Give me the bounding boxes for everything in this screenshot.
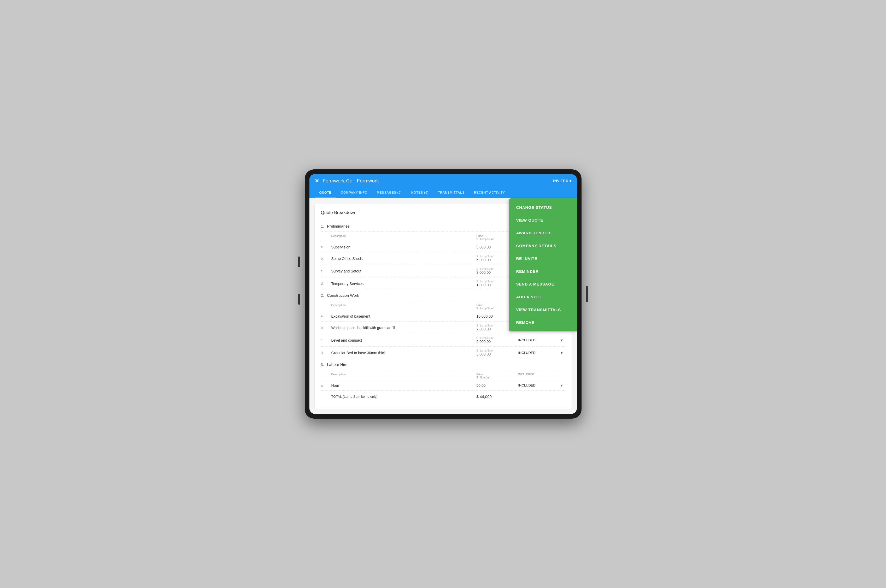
item-desc-1a: Supervision <box>331 245 476 249</box>
total-row: TOTAL (Lump Sum items only) $ 44,000 <box>321 391 565 402</box>
context-menu-remove[interactable]: REMOVE <box>509 316 577 329</box>
item-price-2d: 3,000.00 <box>476 352 518 356</box>
context-menu: CHANGE STATUS VIEW QUOTE AWARD TENDER CO… <box>509 198 577 332</box>
col-header-included-3: INCLUDED? <box>518 373 565 379</box>
tablet-frame: ✕ Formwork Co - Formwork INVITED ▾ QUOTE… <box>305 170 581 418</box>
item-desc-3a: Hour <box>331 383 476 388</box>
item-price-wrap-3a: 50.00 <box>476 383 518 388</box>
context-menu-re-invite[interactable]: RE-INVITE <box>509 252 577 265</box>
section-3-header: 3. Labour Hire <box>321 359 565 370</box>
tab-transmittals[interactable]: TRANSMITTALS <box>433 188 469 198</box>
item-letter-2b: b. <box>321 326 331 330</box>
item-included-3a: INCLUDED <box>518 383 536 387</box>
item-letter-3a: a. <box>321 383 331 387</box>
context-menu-view-transmittals[interactable]: VIEW TRANSMITTALS <box>509 303 577 316</box>
col-header-desc-1: Description <box>331 234 476 241</box>
item-included-wrap-2c[interactable]: INCLUDED ▾ <box>518 338 565 343</box>
dropdown-arrow-2c[interactable]: ▾ <box>561 338 563 343</box>
item-price-3a: 50.00 <box>476 383 518 388</box>
item-price-wrap-2d: $ / Lump Sum * 3,000.00 <box>476 349 518 356</box>
item-desc-2a: Excavation of basement <box>331 314 476 318</box>
context-menu-reminder[interactable]: REMINDER <box>509 265 577 278</box>
section-1-number: 1. <box>321 224 324 228</box>
line-item-3a: a. Hour 50.00 INCLUDED ▾ <box>321 380 565 391</box>
tab-company-info[interactable]: COMPANY INFO <box>336 188 372 198</box>
tab-recent-activity[interactable]: RECENT ACTIVITY <box>469 188 510 198</box>
dropdown-arrow-2d[interactable]: ▾ <box>561 350 563 355</box>
context-menu-send-message[interactable]: SEND A MESSAGE <box>509 278 577 291</box>
tab-messages[interactable]: MESSAGES (0) <box>372 188 407 198</box>
item-desc-1c: Survey and Setout <box>331 269 476 273</box>
item-letter-2d: d. <box>321 351 331 355</box>
context-menu-change-status[interactable]: CHANGE STATUS <box>509 201 577 214</box>
col-header-price-3: Price$ / Hour(s) * <box>476 373 518 379</box>
section-3-name: Labour Hire <box>327 362 347 367</box>
context-menu-company-details[interactable]: COMPANY DETAILS <box>509 239 577 252</box>
tab-quote[interactable]: QUOTE <box>315 188 336 198</box>
section-2-number: 2. <box>321 293 324 297</box>
item-desc-1b: Setup Office Sheds <box>331 256 476 261</box>
volume-button-up[interactable] <box>298 256 300 267</box>
item-price-wrap-2c: $ / Lump Sum * 9,000.00 <box>476 337 518 344</box>
power-button[interactable] <box>586 286 588 302</box>
item-letter-1c: c. <box>321 269 331 273</box>
volume-button-down[interactable] <box>298 294 300 304</box>
item-included-2d: INCLUDED <box>518 351 536 355</box>
item-letter-2c: c. <box>321 338 331 342</box>
section-2-name: Construction Work <box>327 293 359 297</box>
item-desc-1d: Temporary Services <box>331 282 476 286</box>
item-price-2c: 9,000.00 <box>476 339 518 344</box>
section-1-name: Preliminaries <box>327 224 350 228</box>
item-desc-2c: Level and compact <box>331 338 476 342</box>
tab-notes[interactable]: NOTES (0) <box>407 188 434 198</box>
item-price-label-2d: $ / Lump Sum * <box>476 349 518 352</box>
close-button[interactable]: ✕ <box>315 178 319 184</box>
context-menu-award-tender[interactable]: AWARD TENDER <box>509 226 577 239</box>
item-letter-1a: a. <box>321 245 331 249</box>
main-content: Quote Breakdown ⋮ 1. Preliminaries Descr… <box>309 198 577 414</box>
status-badge[interactable]: INVITED ▾ <box>553 179 571 183</box>
line-item-2d: d. Granular Bed to base 30mm thick $ / L… <box>321 346 565 359</box>
nav-tabs: QUOTE COMPANY INFO MESSAGES (0) NOTES (0… <box>309 188 577 198</box>
context-menu-view-quote[interactable]: VIEW QUOTE <box>509 214 577 226</box>
app-title: Formwork Co - Formwork <box>323 178 379 184</box>
item-letter-2a: a. <box>321 314 331 318</box>
section-3-number: 3. <box>321 363 324 367</box>
app-header: ✕ Formwork Co - Formwork INVITED ▾ <box>309 174 577 188</box>
context-menu-add-note[interactable]: ADD A NOTE <box>509 291 577 303</box>
section-3-col-headers: Description Price$ / Hour(s) * INCLUDED? <box>321 370 565 380</box>
item-letter-1d: d. <box>321 282 331 285</box>
dropdown-arrow-3a[interactable]: ▾ <box>561 383 563 388</box>
status-label: INVITED <box>553 179 568 183</box>
col-header-desc-2: Description <box>331 303 476 310</box>
item-letter-1b: b. <box>321 256 331 261</box>
item-desc-2b: Working space, backfill with granular fi… <box>331 326 476 330</box>
item-included-wrap-2d[interactable]: INCLUDED ▾ <box>518 350 565 355</box>
quote-title: Quote Breakdown <box>321 210 356 215</box>
tablet-screen: ✕ Formwork Co - Formwork INVITED ▾ QUOTE… <box>309 174 577 414</box>
total-label: TOTAL (Lump Sum items only) <box>331 394 476 399</box>
status-arrow: ▾ <box>569 179 572 183</box>
total-value: $ 44,000 <box>476 394 518 399</box>
col-header-desc-3: Description <box>331 373 476 379</box>
item-desc-2d: Granular Bed to base 30mm thick <box>331 351 476 355</box>
header-left: ✕ Formwork Co - Formwork <box>315 178 379 184</box>
item-included-2c: INCLUDED <box>518 338 536 342</box>
item-included-wrap-3a[interactable]: INCLUDED ▾ <box>518 383 565 388</box>
item-price-label-2c: $ / Lump Sum * <box>476 337 518 339</box>
line-item-2c: c. Level and compact $ / Lump Sum * 9,00… <box>321 334 565 346</box>
